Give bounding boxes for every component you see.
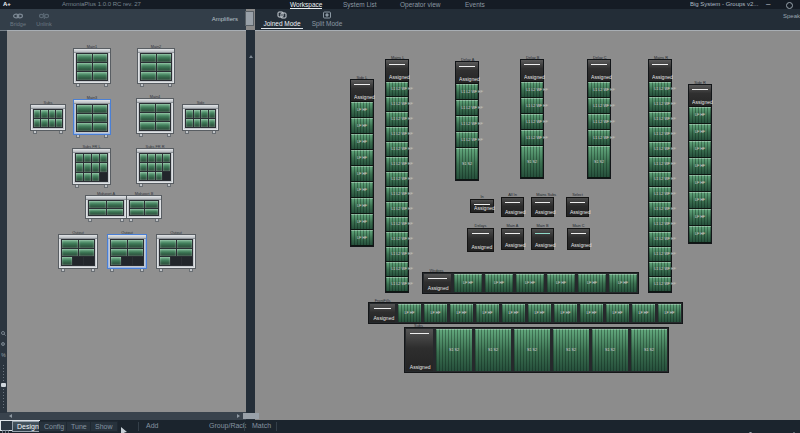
amplifiers-workspace-panel[interactable]: Main1Main2SubsMain3Main4SideSubs FR LSub… (7, 30, 246, 412)
channel-cell[interactable]: L1 L2 WF HF (386, 187, 408, 202)
group-rack-button[interactable]: Group/Rack (209, 422, 246, 429)
rack-cabinet[interactable] (137, 48, 175, 84)
channel-cell[interactable]: L1 L2 WF HF (588, 114, 610, 130)
channel-cell[interactable]: L1 L2 WF HF (386, 127, 408, 142)
channel-cell[interactable]: S1 S2 (436, 329, 472, 371)
channel-cell[interactable]: L1 L2 WF HF (649, 97, 671, 112)
group-header[interactable]: Assigned (501, 228, 524, 250)
channel-cell[interactable]: L1 L2 WF HF (649, 202, 671, 217)
group-header[interactable]: Assigned (649, 60, 671, 82)
channel-cell[interactable]: LF HF (351, 214, 373, 230)
rack-cabinet[interactable] (72, 148, 111, 185)
channel-cell[interactable]: S1 S2 (592, 329, 628, 371)
scroll-left-arrow[interactable] (9, 414, 12, 418)
tab-system-list[interactable]: System List (343, 1, 377, 8)
group-header[interactable]: Assigned (689, 85, 711, 107)
zoom-out-icon[interactable] (1, 342, 6, 347)
cursor-tool-icon[interactable] (120, 422, 128, 433)
amplifier-rack[interactable]: Main2 (137, 43, 175, 87)
rack-cabinet[interactable] (58, 234, 98, 269)
channel-cell[interactable]: S1 S2 (475, 329, 511, 371)
channel-cell[interactable]: LF HF (689, 226, 711, 243)
window-icon[interactable] (786, 2, 793, 9)
channel-cell[interactable]: LF HF (450, 304, 473, 322)
channel-cell[interactable]: S1 S2 (521, 146, 543, 178)
rack-cabinet[interactable] (136, 98, 174, 134)
add-button[interactable]: Add (146, 422, 158, 429)
channel-cell[interactable]: L1 L2 WF HF (456, 84, 478, 100)
channel-cell[interactable]: L1 L2 WF HF (521, 98, 543, 114)
zoom-in-icon[interactable] (1, 331, 6, 336)
rack-cabinet[interactable] (73, 48, 111, 84)
channel-cell[interactable]: LF HF (476, 304, 499, 322)
group-header[interactable]: Assigned (424, 274, 451, 292)
channel-cell[interactable]: L1 L2 WF HF (649, 277, 671, 292)
channel-cell[interactable]: S1 S2 (588, 146, 610, 178)
channel-cell[interactable]: L1 L2 WF HF (588, 98, 610, 114)
channel-cell[interactable]: LF HF (689, 192, 711, 209)
scroll-right-arrow[interactable] (237, 414, 240, 418)
channel-cell[interactable]: L1 L2 WF HF (386, 112, 408, 127)
assigned-box[interactable]: InAssigned (470, 199, 494, 213)
speaker-group-column[interactable]: Delay AAssignedL1 L2 WF HFL1 L2 WF HFL1 … (455, 61, 479, 181)
channel-cell[interactable]: L1 L2 WF HF (386, 232, 408, 247)
tab-config[interactable]: Config (39, 421, 69, 432)
channel-cell[interactable]: L1 L2 WF HF (649, 262, 671, 277)
channel-cell[interactable]: LF HF (632, 304, 655, 322)
amplifier-rack[interactable]: Subs FR R (136, 143, 174, 187)
channel-cell[interactable]: L1 L2 WF HF (386, 247, 408, 262)
channel-cell[interactable]: L1 L2 WF HF (649, 172, 671, 187)
channel-cell[interactable]: L1 L2 WF HF (649, 232, 671, 247)
channel-cell[interactable]: L1 L2 WF HF (588, 82, 610, 98)
channel-cell[interactable]: L1 L2 WF HF (521, 114, 543, 130)
split-mode-button[interactable]: Split Mode (307, 10, 347, 27)
assigned-box[interactable]: Main CAssigned (567, 228, 590, 250)
channel-cell[interactable]: L1 L2 WF HF (649, 127, 671, 142)
gauge-icon[interactable] (776, 426, 785, 433)
minimize-button[interactable]: – (766, 0, 770, 8)
channel-cell[interactable]: LF HF (609, 274, 637, 292)
speaker-group-row[interactable]: SubsAssignedS1 S2S1 S2S1 S2S1 S2S1 S2S1 … (404, 327, 669, 373)
tab-tune[interactable]: Tune (66, 421, 92, 432)
group-header[interactable]: Assigned (566, 197, 589, 217)
channel-cell[interactable]: LF HF (689, 107, 711, 124)
channel-cell[interactable]: LF HF (554, 304, 577, 322)
amplifier-rack[interactable]: Output (107, 229, 147, 272)
panel-divider[interactable] (246, 30, 255, 420)
channel-cell[interactable]: L1 L2 WF HF (386, 157, 408, 172)
group-header[interactable]: Assigned (351, 80, 373, 102)
channel-cell[interactable]: LF HF (351, 102, 373, 118)
speaker-group-column[interactable]: Delay BAssignedL1 L2 WF HFL1 L2 WF HFL1 … (520, 59, 544, 179)
rack-cabinet[interactable] (182, 104, 219, 131)
channel-cell[interactable]: LF HF (424, 304, 447, 322)
channel-cell[interactable]: LF HF (351, 166, 373, 182)
channel-cell[interactable]: LF HF (689, 175, 711, 192)
tab-operator-view[interactable]: Operator view (400, 1, 440, 8)
assigned-box[interactable]: Main AAssigned (501, 228, 524, 250)
channel-cell[interactable]: L1 L2 WF HF (649, 142, 671, 157)
amplifier-rack[interactable]: Output (58, 229, 98, 272)
channel-cell[interactable]: L1 L2 WF HF (649, 187, 671, 202)
channel-cell[interactable]: LF HF (528, 304, 551, 322)
channel-cell[interactable]: L1 L2 WF HF (386, 217, 408, 232)
channel-cell[interactable]: LF HF (351, 182, 373, 198)
channel-cell[interactable]: L1 L2 WF HF (386, 97, 408, 112)
channel-cell[interactable]: L1 L2 WF HF (386, 277, 408, 292)
amplifier-rack[interactable]: Main3 (73, 94, 111, 138)
amplifier-rack[interactable]: Subs (30, 99, 66, 134)
amplifier-rack[interactable]: Main1 (73, 43, 111, 87)
channel-cell[interactable]: L1 L2 WF HF (649, 157, 671, 172)
channel-cell[interactable]: LF HF (658, 304, 681, 322)
amplifier-rack[interactable]: Midsport A (85, 190, 127, 222)
channel-cell[interactable]: LF HF (578, 274, 606, 292)
channel-cell[interactable]: S1 S2 (456, 148, 478, 180)
channel-cell[interactable]: L1 L2 WF HF (386, 202, 408, 217)
channel-cell[interactable]: LF HF (606, 304, 629, 322)
channel-cell[interactable]: LF HF (351, 198, 373, 214)
speaker-group-row[interactable]: FrontFillsAssignedLF HFLF HFLF HFLF HFLF… (368, 302, 683, 324)
channel-cell[interactable]: LF HF (351, 118, 373, 134)
channel-cell[interactable]: S1 S2 (631, 329, 667, 371)
group-header[interactable]: Assigned (406, 329, 433, 371)
tab-show[interactable]: Show (90, 421, 118, 432)
channel-cell[interactable]: L1 L2 WF HF (456, 100, 478, 116)
